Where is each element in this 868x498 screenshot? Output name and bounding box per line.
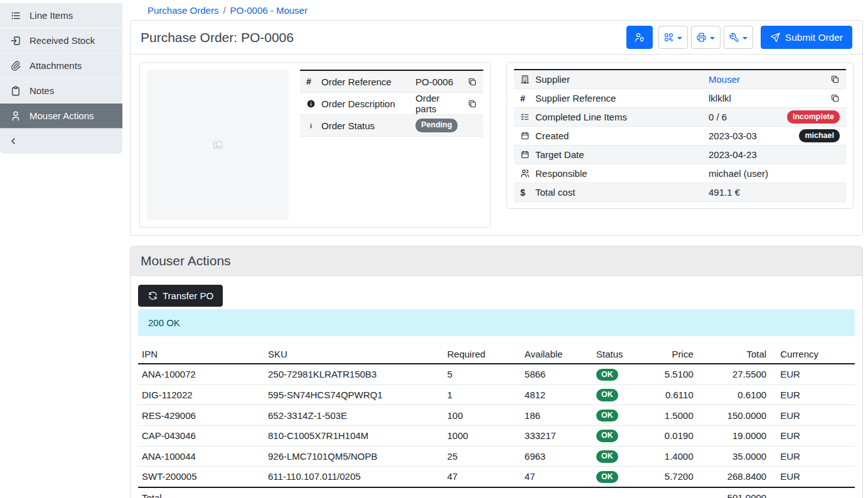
footer-empty-cell (264, 487, 444, 498)
parts-col-header-available: Available (521, 345, 592, 364)
cell-sku: 611-110.107.011/0205 (264, 467, 444, 487)
completed-line-items-value: 0 / 6 (709, 112, 787, 122)
footer-total-value: 501.0000 (697, 487, 770, 498)
sidebar-nav: Line ItemsReceived StockAttachmentsNotes… (0, 3, 122, 154)
footer-total-label: Total (138, 487, 264, 498)
status-alert-text: 200 OK (148, 317, 180, 328)
cell-price: 5.5100 (644, 364, 697, 384)
order-actions-menu-button[interactable] (724, 26, 753, 49)
cell-required: 5 (444, 364, 521, 384)
calendar-icon (520, 131, 535, 140)
supplier-value[interactable]: Mouser (709, 74, 825, 85)
breadcrumb-link-purchase-orders[interactable]: Purchase Orders (147, 5, 218, 16)
list-check-icon (520, 112, 535, 122)
cell-available: 6963 (521, 446, 592, 467)
sidebar-item-notes[interactable]: Notes (0, 78, 122, 103)
cell-currency: EUR (770, 446, 855, 467)
cell-status: OK (592, 467, 644, 487)
sidebar-item-received-stock[interactable]: Received Stock (0, 28, 122, 53)
cell-sku: 926-LMC7101QM5/NOPB (264, 446, 444, 467)
app-root: Line ItemsReceived StockAttachmentsNotes… (0, 0, 868, 498)
order-image-placeholder[interactable] (147, 70, 289, 220)
copy-icon[interactable] (830, 93, 840, 103)
copy-icon[interactable] (830, 75, 840, 84)
sidebar-item-label: Mouser Actions (29, 110, 94, 121)
sidebar-item-label: Notes (29, 85, 54, 96)
total-cost-row: $Total cost491.1 € (514, 183, 846, 202)
cell-status: OK (592, 405, 644, 426)
purchase-order-card: Purchase Order: PO-0006 (130, 20, 863, 236)
supplier-label: Supplier (535, 74, 709, 85)
copy-icon[interactable] (468, 99, 477, 109)
cell-status: OK (592, 384, 644, 405)
sidebar-item-line-items[interactable]: Line Items (0, 3, 122, 28)
breadcrumb: Purchase Orders/PO-0006 - Mouser (130, 0, 863, 20)
print-menu-button[interactable] (691, 26, 721, 49)
cell-ipn: ANA-100072 (138, 364, 264, 384)
footer-empty-cell (592, 487, 644, 498)
panel-title: Mouser Actions (141, 253, 231, 268)
cell-sku: 810-C1005X7R1H104M (264, 425, 444, 446)
caret-down-icon (710, 37, 715, 40)
cell-total: 150.0000 (697, 405, 770, 426)
cell-required: 25 (444, 446, 521, 467)
transfer-po-button[interactable]: Transfer PO (138, 285, 223, 307)
supplier-reference-label: Supplier Reference (535, 93, 709, 103)
cell-ipn: SWT-200005 (138, 467, 264, 487)
cell-available: 5866 (521, 364, 592, 384)
toolbar: Submit Order (626, 26, 852, 49)
user-action-button[interactable] (626, 26, 653, 49)
purchase-order-card-header: Purchase Order: PO-0006 (131, 21, 862, 55)
chevron-left-icon (8, 136, 18, 146)
status-ok-badge: OK (596, 410, 618, 422)
total-cost-value: 491.1 € (709, 187, 840, 198)
building-icon (520, 75, 535, 84)
footer-empty-cell (521, 487, 592, 498)
cell-total: 19.0000 (697, 425, 770, 446)
cell-ipn: DIG-112022 (138, 384, 264, 405)
paperclip-icon (10, 60, 21, 72)
user-shield-icon (634, 32, 645, 43)
send-icon (770, 32, 781, 43)
copy-icon[interactable] (468, 77, 477, 87)
cell-status: OK (592, 446, 644, 467)
sidebar-item-mouser-actions[interactable]: Mouser Actions (0, 103, 122, 129)
responsible-row: Responsiblemichael (user) (514, 164, 846, 183)
total-cost-label: Total cost (535, 187, 709, 198)
calendar-icon (520, 150, 535, 159)
footer-empty-cell (644, 487, 697, 498)
qrcode-icon (663, 32, 674, 43)
cell-price: 1.5000 (644, 405, 697, 426)
parts-table-row: SWT-200005611-110.107.011/02054747OK5.72… (138, 467, 855, 487)
currency-icon: $ (520, 188, 535, 197)
parts-table-row: DIG-112022595-SN74HCS74QPWRQ114812OK0.61… (138, 384, 855, 405)
order-details-section: #Order ReferencePO-0006Order Description… (131, 55, 862, 235)
order-description-row: Order DescriptionOrder parts (300, 93, 483, 115)
sidebar-item-attachments[interactable]: Attachments (0, 53, 122, 78)
status-ok-badge: OK (596, 389, 618, 401)
submit-order-button[interactable]: Submit Order (761, 26, 852, 49)
breadcrumb-link-current-po[interactable]: PO-0006 - Mouser (230, 5, 308, 16)
parts-table: IPNSKURequiredAvailableStatusPriceTotalC… (138, 345, 855, 498)
sidebar-collapse-button[interactable] (0, 129, 122, 154)
supplier-reference-value: lklklkl (709, 93, 825, 103)
printer-icon (696, 32, 707, 43)
sidebar-item-label: Attachments (29, 60, 82, 71)
order-description-label: Order Description (321, 98, 415, 109)
order-description-value: Order parts (415, 93, 463, 114)
created-row: Created2023-03-03michael (514, 127, 846, 146)
order-status-row: Order StatusPending (300, 115, 483, 137)
target-date-row: Target Date2023-04-23 (514, 146, 846, 164)
cell-ipn: ANA-100044 (138, 446, 264, 467)
order-details-table: #Order ReferencePO-0006Order Description… (300, 70, 483, 137)
parts-table-header-row: IPNSKURequiredAvailableStatusPriceTotalC… (138, 345, 855, 364)
mouser-actions-header: Mouser Actions (131, 246, 862, 276)
parts-table-row: CAP-043046810-C1005X7R1H104M1000333217OK… (138, 425, 855, 446)
users-icon (520, 169, 535, 178)
cell-sku: 250-72981KLRATR150B3 (264, 364, 444, 384)
barcode-menu-button[interactable] (658, 26, 688, 49)
parts-col-header-currency: Currency (770, 345, 855, 364)
created-value: 2023-03-03 (709, 130, 799, 141)
supplier-details-table: SupplierMouser#Supplier Referencelklklkl… (514, 69, 846, 202)
cell-status: OK (592, 425, 644, 446)
